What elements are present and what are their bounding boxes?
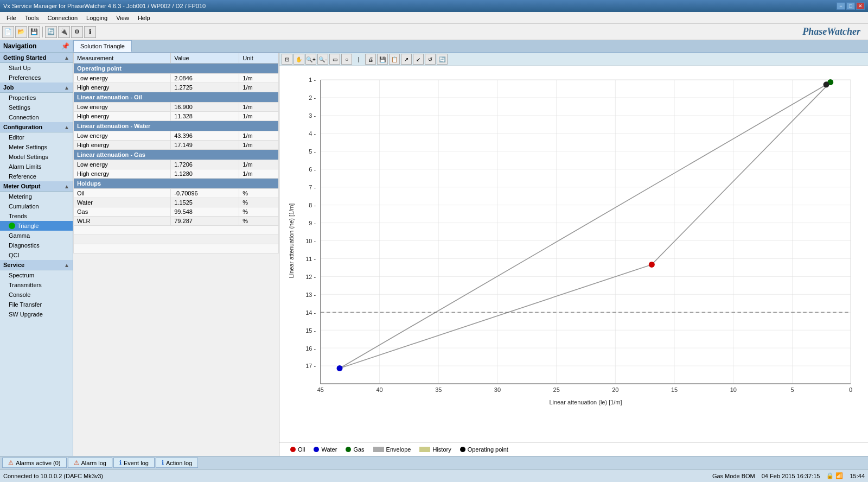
nav-section-getting-started[interactable]: Getting Started ▲ xyxy=(0,53,73,63)
svg-text:0: 0 xyxy=(849,386,852,393)
nav-item-metering[interactable]: Metering xyxy=(0,192,73,201)
tab-solution-triangle[interactable]: Solution Triangle xyxy=(73,40,132,52)
section-water: Linear attenuation - Water xyxy=(74,121,279,131)
cell-water-he-unit: 1/m xyxy=(239,141,279,150)
menu-file[interactable]: File xyxy=(2,14,21,22)
oil-point xyxy=(649,262,655,268)
section-collapse-icon: ▲ xyxy=(64,262,69,268)
nav-item-transmitters[interactable]: Transmitters xyxy=(0,280,73,290)
nav-item-connection[interactable]: Connection xyxy=(0,112,73,122)
nav-item-editor[interactable]: Editor xyxy=(0,132,73,142)
chart-btn-zoom-in[interactable]: 🔍+ xyxy=(305,54,316,65)
chart-btn-select[interactable]: ⊡ xyxy=(282,54,292,65)
active-indicator xyxy=(9,223,15,229)
cell-oil-he-label: High energy xyxy=(74,112,171,121)
nav-item-reference[interactable]: Reference xyxy=(0,172,73,181)
event-log-label: Event log xyxy=(124,460,149,466)
legend-water-label: Water xyxy=(321,446,337,453)
svg-text:7 -: 7 - xyxy=(309,184,316,191)
toolbar-refresh[interactable]: 🔄 xyxy=(45,26,57,38)
menu-logging[interactable]: Logging xyxy=(82,14,112,22)
legend-envelope-icon xyxy=(373,447,384,452)
toolbar-save[interactable]: 💾 xyxy=(28,26,40,38)
nav-item-trends[interactable]: Trends xyxy=(0,211,73,221)
chart-btn-pan[interactable]: ✋ xyxy=(293,54,304,65)
nav-item-alarm-limits[interactable]: Alarm Limits xyxy=(0,162,73,172)
nav-section-configuration[interactable]: Configuration ▲ xyxy=(0,122,73,132)
nav-item-triangle[interactable]: Triangle xyxy=(0,221,73,231)
section-gas: Linear attenuation - Gas xyxy=(74,150,279,160)
svg-text:1 -: 1 - xyxy=(309,77,316,83)
cell-gas-le-unit: 1/m xyxy=(239,160,279,169)
nav-item-file-transfer[interactable]: File Transfer xyxy=(0,300,73,309)
legend-gas-label: Gas xyxy=(353,446,364,453)
measurements-table: Measurement Value Unit Operating point L… xyxy=(73,53,279,253)
nav-item-properties[interactable]: Properties xyxy=(0,93,73,103)
nav-item-sw-upgrade[interactable]: SW Upgrade xyxy=(0,309,73,319)
menu-view[interactable]: View xyxy=(112,14,133,22)
cell-op-le-label: Low energy xyxy=(74,74,171,83)
phasewatcher-logo: PhaseWatcher xyxy=(802,26,866,37)
chart-btn-rect[interactable]: ▭ xyxy=(329,54,340,65)
chart-btn-import[interactable]: ↙ xyxy=(413,54,424,65)
action-log-icon: ℹ xyxy=(162,459,164,466)
menu-connection[interactable]: Connection xyxy=(43,14,82,22)
nav-section-job[interactable]: Job ▲ xyxy=(0,83,73,93)
legend-history-label: History xyxy=(432,446,451,453)
tab-alarms-active[interactable]: ⚠ Alarms active (0) xyxy=(2,458,67,468)
chart-btn-export[interactable]: ↗ xyxy=(401,54,412,65)
alarm-log-icon: ⚠ xyxy=(74,459,79,466)
nav-item-meter-settings[interactable]: Meter Settings xyxy=(0,142,73,152)
menu-tools[interactable]: Tools xyxy=(21,14,43,22)
chart-btn-print[interactable]: 🖨 xyxy=(365,54,376,65)
toolbar-new[interactable]: 📄 xyxy=(2,26,14,38)
nav-item-cumulation[interactable]: Cumulation xyxy=(0,201,73,211)
chart-btn-copy[interactable]: 📋 xyxy=(389,54,400,65)
cell-holdup-oil-label: Oil xyxy=(74,189,171,198)
nav-item-settings[interactable]: Settings xyxy=(0,103,73,112)
data-panel: Measurement Value Unit Operating point L… xyxy=(73,53,279,456)
toolbar-open[interactable]: 📂 xyxy=(15,26,27,38)
menubar: File Tools Connection Logging View Help xyxy=(0,12,868,24)
toolbar-settings[interactable]: ⚙ xyxy=(71,26,83,38)
section-operating-point: Operating point xyxy=(74,64,279,74)
cell-holdup-oil-value: -0.70096 xyxy=(171,189,239,198)
chart-btn-reset[interactable]: ↺ xyxy=(425,54,436,65)
chart-btn-zoom-out[interactable]: 🔍- xyxy=(317,54,328,65)
nav-item-preferences[interactable]: Preferences xyxy=(0,73,73,83)
cell-water-le-label: Low energy xyxy=(74,131,171,141)
toolbar-connect[interactable]: 🔌 xyxy=(58,26,70,38)
nav-item-console[interactable]: Console xyxy=(0,290,73,300)
nav-item-model-settings[interactable]: Model Settings xyxy=(0,152,73,162)
tab-alarm-log[interactable]: ⚠ Alarm log xyxy=(68,458,112,468)
nav-section-service[interactable]: Service ▲ xyxy=(0,260,73,270)
svg-text:13 -: 13 - xyxy=(305,291,316,298)
nav-item-spectrum[interactable]: Spectrum xyxy=(0,270,73,280)
chart-btn-circle[interactable]: ○ xyxy=(341,54,352,65)
nav-item-startup[interactable]: Start Up xyxy=(0,63,73,73)
maximize-button[interactable]: □ xyxy=(846,2,855,10)
chart-btn-save-img[interactable]: 💾 xyxy=(377,54,388,65)
section-collapse-icon: ▲ xyxy=(64,85,69,91)
cell-op-he-label: High energy xyxy=(74,83,171,92)
cell-holdup-oil-unit: % xyxy=(239,189,279,198)
nav-item-gamma[interactable]: Gamma xyxy=(0,231,73,240)
cell-gas-le-label: Low energy xyxy=(74,160,171,169)
svg-text:8 -: 8 - xyxy=(309,202,316,208)
legend-oil: Oil xyxy=(290,446,305,453)
svg-text:17 -: 17 - xyxy=(305,363,316,369)
chart-btn-refresh[interactable]: 🔄 xyxy=(437,54,448,65)
tab-action-log[interactable]: ℹ Action log xyxy=(156,458,198,468)
nav-item-qci[interactable]: QCI xyxy=(0,250,73,260)
minimize-button[interactable]: − xyxy=(837,2,845,10)
nav-section-meter-output[interactable]: Meter Output ▲ xyxy=(0,181,73,192)
toolbar-info[interactable]: ℹ xyxy=(84,26,96,38)
legend-water: Water xyxy=(314,446,337,453)
menu-help[interactable]: Help xyxy=(133,14,155,22)
nav-item-diagnostics[interactable]: Diagnostics xyxy=(0,240,73,250)
nav-pin-icon[interactable]: 📌 xyxy=(61,42,69,50)
close-button[interactable]: ✕ xyxy=(856,2,865,10)
legend-oil-label: Oil xyxy=(298,446,305,453)
bottom-tabs: ⚠ Alarms active (0) ⚠ Alarm log ℹ Event … xyxy=(0,456,868,469)
tab-event-log[interactable]: ℹ Event log xyxy=(113,458,155,468)
